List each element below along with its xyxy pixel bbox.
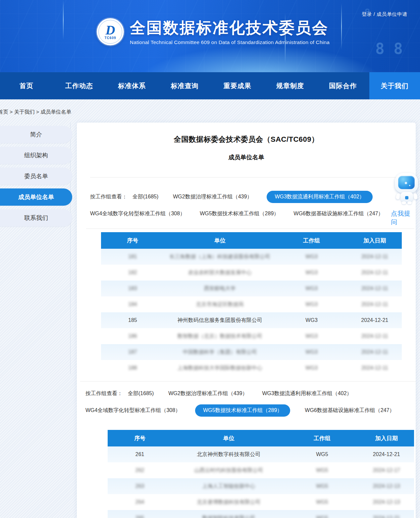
cell-text: 262 <box>135 467 144 473</box>
filter-section-1: 按工作组查看：全部(1685)WG2数据治理标准工作组（439）WG3数据流通利… <box>90 191 416 220</box>
nav-item-标准查询[interactable]: 标准查询 <box>158 72 211 99</box>
robot-face-screen <box>398 176 415 189</box>
filter-option[interactable]: WG4全域数字化转型标准工作组（308） <box>90 208 185 220</box>
cell-text: 2024-12-21 <box>373 451 400 457</box>
logo-ring <box>98 20 122 44</box>
site-subtitle-en: National Technical Committee 609 on Data… <box>130 39 330 45</box>
sidebar-item-联系我们[interactable]: 联系我们 <box>0 209 72 227</box>
cell-text: 上海数据科技大学国际数据创新中心 <box>178 365 262 372</box>
table-row: 185神州数码信息服务集团股份有限公司WG32024-12-21 <box>101 312 402 328</box>
filter-option[interactable]: WG4全域数字化转型标准工作组（308） <box>85 404 181 417</box>
table-cell: 2024-12-11 <box>348 360 402 376</box>
table-row: 262山西云时代科技股份有限公司WG52024-12-17 <box>108 462 414 478</box>
table-cell: 185 <box>101 312 164 328</box>
nav-item-工作动态[interactable]: 工作动态 <box>53 72 105 99</box>
table-cell: 183 <box>101 281 164 296</box>
member-table-2: 序号单位工作组加入日期261北京神州数字科技有限公司WG52024-12-212… <box>77 430 416 518</box>
page-subtitle: 成员单位名单 <box>77 153 416 161</box>
filter-group-label: 按工作组查看： <box>85 390 123 397</box>
column-header: 单位 <box>164 232 276 249</box>
brand-text: 全国数据标准化技术委员会 National Technical Committe… <box>130 18 330 45</box>
assistant-robot-icon[interactable] <box>394 173 420 205</box>
table-cell: 农业农村部大数据发展中心 <box>164 265 276 281</box>
filter-option[interactable]: WG2数据治理标准工作组（439） <box>168 388 247 400</box>
cell-text: 2024-12-21 <box>361 317 388 323</box>
filter-option[interactable]: WG3数据流通利用标准工作组（402） <box>262 388 352 400</box>
sidebar-item-成员单位名单[interactable]: 成员单位名单 <box>0 188 72 206</box>
column-header: 工作组 <box>286 430 359 446</box>
filter-option[interactable]: WG2数据治理标准工作组（439） <box>173 191 252 203</box>
site-banner: 8 8 8 登录 / 成员单位申请 D TC609 全国数据标准化技术委员会 N… <box>0 0 420 72</box>
table-cell: 264 <box>108 494 172 510</box>
nav-item-关于我们[interactable]: 关于我们 <box>369 72 420 99</box>
sidebar-item-委员名单[interactable]: 委员名单 <box>0 168 72 185</box>
table-cell: 山西云时代科技股份有限公司 <box>172 462 285 478</box>
table-cell: WG5 <box>286 494 359 510</box>
table-cell: 2024-12-11 <box>348 296 402 312</box>
nav-item-规章制度[interactable]: 规章制度 <box>264 72 316 99</box>
table-row: 181长三角数据（上海）科技建设股份有限公司WG32024-12-11 <box>101 249 402 265</box>
column-header: 序号 <box>108 430 172 446</box>
filter-option[interactable]: 全部(1685) <box>132 191 158 203</box>
filter-option[interactable]: WG5数据技术标准工作组（289） <box>200 208 279 220</box>
cell-text: WG3 <box>305 301 317 307</box>
table-row: 184北京市海淀区数据局WG32024-12-11 <box>101 296 402 312</box>
login-apply-link[interactable]: 登录 / 成员单位申请 <box>362 11 407 18</box>
table-cell: 181 <box>101 249 164 265</box>
page-title: 全国数据标委会技术委员会（SAC/TC609） <box>77 134 416 144</box>
robot-arm <box>395 193 401 200</box>
robot-foot <box>402 201 406 204</box>
table-cell: 186 <box>101 328 164 344</box>
table-cell: WG3 <box>276 281 348 296</box>
table-cell: 上海数据科技大学国际数据创新中心 <box>164 360 276 376</box>
breadcrumb[interactable]: 首页 > 关于我们 > 成员单位名单 <box>0 99 420 123</box>
sidebar: 简介组织架构委员名单成员单位名单联系我们 <box>0 126 72 230</box>
column-header: 加入日期 <box>359 430 414 446</box>
table-cell: WG5 <box>286 510 359 518</box>
filter-option[interactable]: WG6数据基础设施标准工作组（247） <box>305 404 394 417</box>
cell-text: 农业农村部大数据发展中心 <box>188 269 252 276</box>
table-cell: 北京神州数字科技有限公司 <box>172 446 285 462</box>
cell-text: 2024-12-11 <box>361 301 388 307</box>
table-cell: 神州数码信息服务集团股份有限公司 <box>164 312 276 328</box>
table-cell: 265 <box>108 510 172 518</box>
table-cell: 上海人工智能创新中心 <box>172 478 285 494</box>
robot-arm <box>413 193 418 200</box>
nav-item-首页[interactable]: 首页 <box>0 72 53 99</box>
cell-text: 神州数码信息服务集团股份有限公司 <box>178 317 262 323</box>
cell-text: 2024-12-11 <box>361 365 388 371</box>
table-row: 265数据智联科技有限公司WG52024-12-21 <box>108 510 414 518</box>
filter-option[interactable]: WG3数据流通利用标准工作组（402） <box>267 191 372 203</box>
cell-text: WG3 <box>305 333 317 339</box>
filter-option[interactable]: 全部(1685) <box>128 388 154 400</box>
cell-text: 265 <box>135 515 144 518</box>
divider <box>86 229 414 229</box>
sidebar-item-组织架构[interactable]: 组织架构 <box>0 147 72 164</box>
tc609-logo: D TC609 <box>97 18 124 45</box>
cell-text: WG5 <box>316 467 328 473</box>
filter-option[interactable]: WG6数据基础设施标准工作组（247） <box>293 208 383 220</box>
nav-item-标准体系[interactable]: 标准体系 <box>106 72 158 99</box>
table-cell: 2024-12-11 <box>348 265 402 281</box>
cell-text: 北京神州数字科技有限公司 <box>197 451 260 457</box>
sidebar-item-简介[interactable]: 简介 <box>0 126 72 143</box>
ask-me-link[interactable]: 点我提问 <box>391 209 416 227</box>
robot-chip-icon <box>405 196 408 199</box>
table-cell: 184 <box>101 296 164 312</box>
cell-text: 183 <box>128 285 137 291</box>
nav-item-国际合作[interactable]: 国际合作 <box>317 72 369 99</box>
table-cell: 2024-12-11 <box>348 281 402 296</box>
cell-text: WG3 <box>305 349 317 355</box>
cell-text: 261 <box>135 451 144 457</box>
cell-text: 187 <box>128 349 137 355</box>
brand: D TC609 全国数据标准化技术委员会 National Technical … <box>97 18 330 45</box>
table-cell: 数据智联科技有限公司 <box>172 510 285 518</box>
cell-text: 185 <box>128 317 137 323</box>
filter-option[interactable]: WG5数据技术标准工作组（289） <box>195 404 290 417</box>
table-cell: WG3 <box>276 312 348 328</box>
cell-text: 2024-12-21 <box>373 515 400 518</box>
cell-text: 2024-12-13 <box>373 483 400 489</box>
cell-text: 188 <box>128 365 137 371</box>
nav-item-重要成果[interactable]: 重要成果 <box>211 72 264 99</box>
divider <box>90 177 414 178</box>
